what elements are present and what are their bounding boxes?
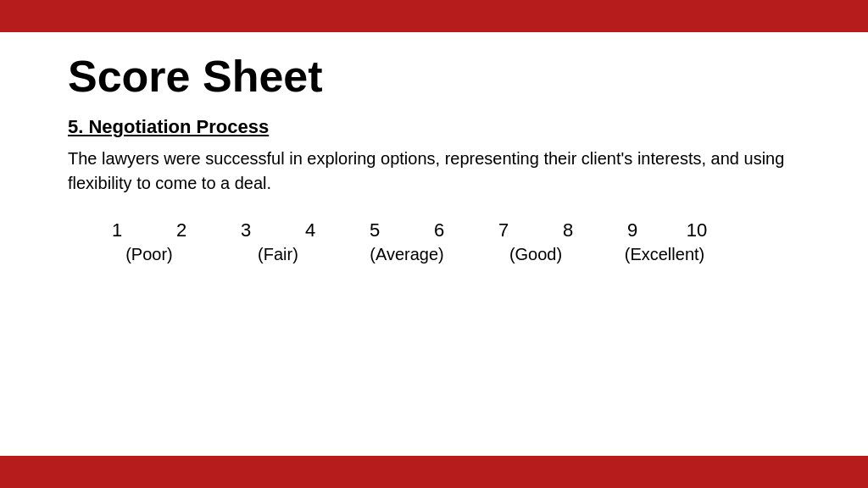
description-text: The lawyers were successful in exploring… [68, 147, 800, 196]
scale-number: 5 [342, 219, 407, 241]
page-title: Score Sheet [68, 53, 800, 101]
scale-label-poor: (Poor) [85, 245, 214, 264]
scale-number: 10 [665, 219, 729, 241]
scale-number: 2 [149, 219, 214, 241]
bottom-red-bar [0, 456, 868, 488]
scale-number: 6 [407, 219, 471, 241]
scale-label-average: (Average) [342, 245, 471, 264]
scale-labels-row: (Poor)(Fair)(Average)(Good)(Excellent) [85, 245, 800, 264]
scale-label-excellent: (Excellent) [600, 245, 729, 264]
main-content: Score Sheet 5. Negotiation Process The l… [0, 32, 868, 456]
top-red-bar [0, 0, 868, 32]
scale-number: 4 [278, 219, 342, 241]
scale-number: 1 [85, 219, 149, 241]
scale-number: 8 [536, 219, 600, 241]
rating-scale: 12345678910 (Poor)(Fair)(Average)(Good)(… [68, 219, 800, 264]
scale-label-fair: (Fair) [214, 245, 342, 264]
scale-numbers-row: 12345678910 [85, 219, 800, 241]
scale-label-good: (Good) [471, 245, 600, 264]
scale-number: 3 [214, 219, 278, 241]
scale-number: 9 [600, 219, 665, 241]
section-heading: 5. Negotiation Process [68, 116, 800, 138]
scale-number: 7 [471, 219, 536, 241]
